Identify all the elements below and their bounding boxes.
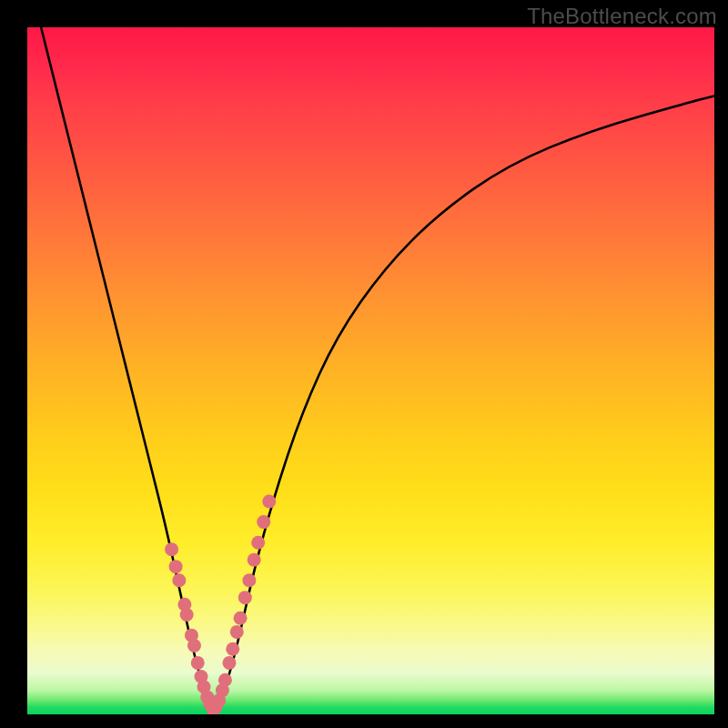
- bead-point: [257, 515, 270, 529]
- bead-point: [218, 673, 232, 687]
- bead-point: [248, 553, 261, 567]
- bead-point: [226, 642, 239, 656]
- bead-point: [169, 560, 183, 573]
- bead-point: [238, 591, 252, 604]
- bead-point: [222, 656, 236, 670]
- bead-point: [191, 656, 205, 670]
- bead-point: [165, 542, 178, 556]
- bead-point: [187, 639, 201, 652]
- bead-point: [242, 573, 256, 587]
- bead-point: [180, 608, 194, 622]
- curve-right: [213, 96, 714, 712]
- bead-point: [172, 573, 186, 587]
- bead-point: [251, 536, 265, 550]
- bead-point: [234, 612, 248, 625]
- bead-point: [262, 494, 276, 508]
- bead-point: [230, 625, 244, 639]
- plot-area: [27, 27, 714, 714]
- chart-frame: TheBottleneck.com: [0, 0, 728, 728]
- watermark-text: TheBottleneck.com: [527, 4, 717, 29]
- curves-layer: [27, 27, 714, 714]
